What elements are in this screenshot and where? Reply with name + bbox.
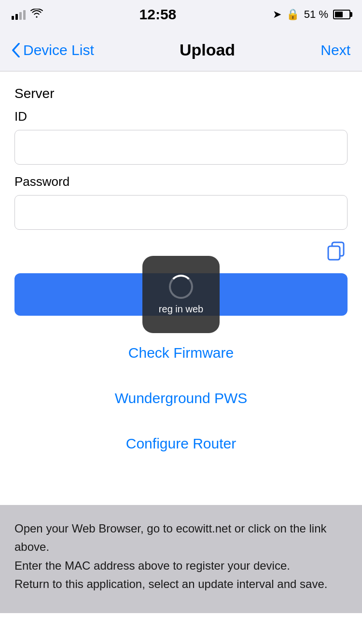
page-title: Upload [180, 41, 235, 59]
password-input[interactable] [14, 195, 348, 230]
id-input[interactable] [14, 130, 348, 165]
loading-text: reg in web [159, 304, 203, 315]
copy-icon[interactable] [325, 239, 348, 264]
configure-router-link[interactable]: Configure Router [126, 435, 236, 451]
server-section-header: Server [0, 71, 362, 109]
svg-rect-1 [328, 246, 340, 260]
lock-icon: 🔒 [286, 8, 299, 21]
password-label: Password [14, 174, 348, 189]
footer-text: Open your Web Browser, go to ecowitt.net… [14, 519, 348, 594]
upload-button-wrapper: reg in web [14, 273, 348, 316]
footer-bar: Open your Web Browser, go to ecowitt.net… [0, 505, 362, 613]
check-firmware-link[interactable]: Check Firmware [128, 345, 234, 361]
loading-overlay: reg in web [142, 256, 220, 333]
spinner [169, 275, 193, 299]
battery-icon [333, 10, 350, 19]
status-left [12, 9, 43, 20]
wunderground-link[interactable]: Wunderground PWS [115, 390, 248, 406]
nav-bar: Device List Upload Next [0, 29, 362, 71]
configure-router-row: Configure Router [0, 421, 362, 466]
check-firmware-row: Check Firmware [0, 330, 362, 376]
next-button[interactable]: Next [320, 42, 350, 58]
back-button[interactable]: Device List [12, 42, 94, 58]
wunderground-row: Wunderground PWS [0, 376, 362, 421]
back-label: Device List [23, 42, 94, 58]
id-form-group: ID [0, 109, 362, 174]
clock: 12:58 [139, 6, 177, 23]
status-bar: 12:58 ➤ 🔒 51 % [0, 0, 362, 29]
id-label: ID [14, 109, 348, 124]
wifi-icon [30, 9, 43, 20]
status-right: ➤ 🔒 51 % [273, 8, 350, 21]
signal-icon [12, 9, 26, 20]
main-content: Server ID Password reg in web Check Firm… [0, 71, 362, 466]
password-form-group: Password [0, 174, 362, 239]
location-icon: ➤ [273, 8, 281, 21]
battery-percent: 51 % [304, 8, 328, 21]
